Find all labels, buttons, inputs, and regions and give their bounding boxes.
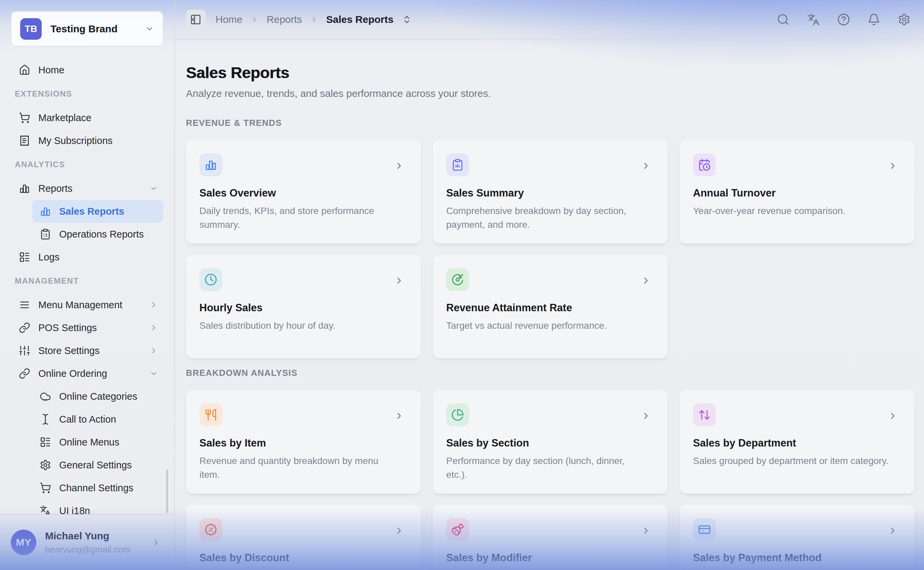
sidebar-item-pos-settings[interactable]: POS Settings (11, 316, 163, 339)
sidebar-item-online-menus[interactable]: Online Menus (32, 431, 163, 454)
card-icon-tile (446, 518, 469, 541)
chevron-right-icon (888, 411, 898, 421)
utensils-icon (205, 409, 217, 421)
badge-percent-icon (205, 523, 217, 536)
chevron-down-icon (149, 184, 158, 193)
sidebar-item-operations-reports[interactable]: Operations Reports (32, 223, 163, 246)
report-card-sales-summary[interactable]: Sales SummaryComprehensive breakdown by … (433, 140, 668, 244)
bell-icon (867, 13, 880, 26)
card-title: Hourly Sales (199, 302, 408, 314)
layout-list-icon (19, 251, 30, 263)
sidebar-toggle-button[interactable] (186, 10, 205, 29)
report-card-sales-by-payment-method[interactable]: Sales by Payment Method (680, 505, 915, 570)
brand-avatar: TB (20, 18, 42, 40)
sidebar-item-online-ordering[interactable]: Online Ordering (11, 362, 163, 385)
breadcrumb-reports[interactable]: Reports (267, 14, 302, 25)
sidebar-item-sales-reports[interactable]: Sales Reports (32, 200, 163, 223)
sidebar-nav: HomeEXTENSIONSMarketplaceMy Subscription… (0, 46, 174, 514)
sidebar-item-menu-management[interactable]: Menu Management (11, 293, 163, 316)
sidebar-item-channel-settings[interactable]: Channel Settings (32, 477, 163, 500)
sidebar-item-label: Sales Reports (59, 206, 124, 217)
card-title: Sales by Modifier (446, 552, 654, 564)
shopping-cart-icon (19, 112, 30, 124)
sidebar-scrollbar[interactable] (166, 469, 168, 513)
menu-icon (19, 299, 30, 311)
chevron-right-icon (888, 526, 898, 536)
card-description: Revenue and quantity breakdown by menu i… (199, 454, 408, 481)
sidebar-section-label: EXTENSIONS (11, 89, 163, 98)
sidebar-item-call-to-action[interactable]: Call to Action (32, 408, 163, 431)
chevron-down-icon (145, 24, 154, 33)
clock-icon (205, 273, 217, 286)
settings-icon (898, 13, 910, 26)
sidebar-item-online-categories[interactable]: Online Categories (32, 385, 163, 408)
card-icon-tile (693, 403, 716, 426)
report-card-sales-by-modifier[interactable]: Sales by Modifier (433, 505, 668, 570)
card-description: Year-over-year revenue comparison. (693, 204, 901, 218)
calendar-clock-icon (698, 158, 711, 171)
user-menu[interactable]: MY Michael Yung bearyung@gmail.com (0, 514, 174, 570)
card-title: Sales Overview (199, 187, 408, 199)
search-icon (777, 13, 790, 26)
credit-card-icon (698, 523, 711, 536)
sidebar-item-marketplace[interactable]: Marketplace (11, 106, 163, 129)
brand-switcher[interactable]: TB Testing Brand (11, 11, 163, 46)
help-circle-icon (837, 13, 850, 26)
report-card-sales-by-section[interactable]: Sales by SectionPerformance by day secti… (433, 390, 668, 493)
arrow-up-down-icon (698, 409, 711, 421)
user-meta: Michael Yung bearyung@gmail.com (45, 530, 142, 555)
report-card-sales-by-item[interactable]: Sales by ItemRevenue and quantity breakd… (186, 390, 421, 493)
chevron-right-icon (641, 526, 651, 536)
sidebar-item-label: Call to Action (59, 414, 116, 425)
sidebar-item-ui-i18n[interactable]: UI i18n (32, 500, 163, 514)
sidebar-item-label: General Settings (59, 460, 132, 471)
chevrons-up-down-icon[interactable] (402, 15, 412, 24)
brand-name: Testing Brand (50, 23, 136, 35)
chevron-right-icon (394, 161, 404, 171)
sidebar-item-label: POS Settings (38, 322, 97, 334)
sidebar-item-reports[interactable]: Reports (11, 177, 163, 200)
bar-chart-icon (205, 158, 217, 171)
link-icon (19, 322, 30, 334)
card-title: Sales by Section (446, 437, 654, 449)
report-card-sales-by-discount[interactable]: Sales by Discount (186, 505, 421, 570)
report-card-hourly-sales[interactable]: Hourly SalesSales distribution by hour o… (186, 255, 421, 359)
cloud-icon (40, 391, 51, 402)
page-subtitle: Analyze revenue, trends, and sales perfo… (186, 87, 915, 100)
ham-icon (451, 523, 464, 536)
sidebar-item-label: My Subscriptions (38, 135, 113, 146)
sidebar-item-label: Operations Reports (59, 229, 144, 240)
chevron-right-icon (641, 276, 651, 286)
clipboard-chart-icon (451, 158, 464, 171)
section-label: REVENUE & TRENDS (186, 118, 915, 128)
report-card-sales-overview[interactable]: Sales OverviewDaily trends, KPIs, and st… (186, 140, 421, 244)
card-description: Sales grouped by department or item cate… (693, 454, 901, 468)
sidebar-item-logs[interactable]: Logs (11, 246, 163, 268)
card-title: Sales by Item (199, 437, 408, 449)
card-description: Target vs actual revenue performance. (446, 319, 654, 332)
report-card-revenue-attainment-rate[interactable]: Revenue Attainment RateTarget vs actual … (433, 255, 668, 359)
sidebar-item-my-subscriptions[interactable]: My Subscriptions (11, 129, 163, 152)
language-button[interactable] (807, 13, 820, 26)
card-grid: Sales by ItemRevenue and quantity breakd… (186, 390, 915, 570)
sidebar-item-label: Menu Management (38, 299, 122, 311)
settings-button[interactable] (898, 13, 910, 26)
sidebar: TB Testing Brand HomeEXTENSIONSMarketpla… (0, 0, 175, 570)
sidebar-item-home[interactable]: Home (11, 58, 163, 81)
card-icon-tile (199, 153, 222, 176)
card-icon-tile (693, 518, 716, 541)
report-card-sales-by-department[interactable]: Sales by DepartmentSales grouped by depa… (680, 390, 915, 493)
card-description: Daily trends, KPIs, and store performanc… (199, 204, 408, 231)
chevron-right-icon (888, 161, 898, 171)
card-icon-tile (199, 268, 222, 291)
sliders-icon (19, 345, 30, 356)
sidebar-item-store-settings[interactable]: Store Settings (11, 339, 163, 362)
search-button[interactable] (777, 13, 790, 26)
breadcrumb-home[interactable]: Home (215, 14, 243, 25)
help-button[interactable] (837, 13, 850, 26)
report-card-annual-turnover[interactable]: Annual TurnoverYear-over-year revenue co… (680, 140, 915, 244)
sidebar-item-label: Online Menus (59, 437, 119, 448)
sidebar-item-general-settings[interactable]: General Settings (32, 454, 163, 477)
user-name: Michael Yung (45, 530, 142, 542)
notifications-button[interactable] (867, 13, 880, 26)
